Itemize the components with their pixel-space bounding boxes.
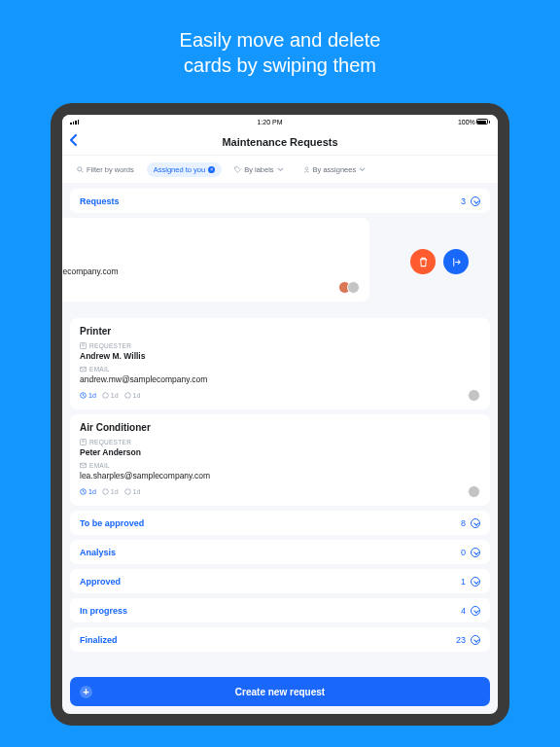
requester-label: REQUESTER (89, 342, 131, 349)
requester-label: STER (62, 243, 360, 250)
phase-label: Analysis (80, 548, 116, 557)
status-time: 1:20 PM (257, 119, 282, 125)
filter-bar: Filter by words Assigned to you × By lab… (62, 156, 498, 183)
clock-icon (102, 392, 109, 399)
svg-point-17 (124, 489, 130, 495)
page-title: Maintenance Requests (222, 136, 337, 148)
content-area: Requests 3 ok Pro STER Sharples arples@s… (62, 183, 498, 672)
phase-requests[interactable]: Requests 3 (70, 189, 490, 213)
svg-line-2 (82, 170, 84, 172)
battery-pct: 100% (458, 119, 475, 125)
phase-label: To be approved (80, 518, 144, 528)
nav-bar: Maintenance Requests (62, 128, 498, 156)
svg-rect-8 (80, 367, 86, 371)
phase-analysis[interactable]: Analysis 0 (70, 540, 490, 564)
svg-point-7 (82, 344, 84, 346)
avatars (468, 485, 480, 498)
promo-line2: cards by swiping them (184, 54, 376, 76)
create-request-button[interactable]: + Create new request (70, 677, 490, 706)
user-icon (80, 439, 87, 445)
move-icon (451, 257, 462, 267)
requester-label: REQUESTER (89, 439, 131, 445)
delete-button[interactable] (410, 249, 436, 274)
clock-icon (80, 488, 87, 495)
phase-count: 23 (456, 635, 466, 645)
phase-inprogress[interactable]: In progress 4 (70, 598, 490, 622)
avatars (338, 281, 360, 294)
clock-icon (124, 488, 131, 495)
promo-text: Easily move and delete cards by swiping … (160, 0, 401, 103)
swipe-actions (410, 249, 469, 274)
expand-icon (471, 577, 480, 587)
device-frame: 1:20 PM 100% Maintenance Requests Filter… (51, 103, 509, 726)
clock-icon (80, 392, 87, 399)
svg-point-10 (102, 393, 108, 399)
clock-icon (102, 488, 109, 495)
card-meta: 1d 1d 1d (80, 392, 140, 399)
phase-label: Approved (80, 577, 121, 587)
expand-icon (471, 635, 480, 645)
status-bar: 1:20 PM 100% (62, 115, 498, 128)
svg-rect-14 (80, 463, 86, 467)
phase-approved[interactable]: Approved 1 (70, 569, 490, 593)
expand-icon (471, 548, 480, 557)
battery-icon: 100% (458, 119, 490, 125)
phase-count: 1 (461, 577, 466, 587)
email-value: lea.sharples@samplecompany.com (80, 471, 480, 480)
back-button[interactable] (68, 133, 80, 151)
filter-labels-label: By labels (244, 165, 273, 174)
email-label: EMAIL (89, 462, 110, 469)
phase-count: 3 (461, 196, 466, 206)
move-button[interactable] (443, 249, 469, 274)
filter-assignees[interactable]: By assignees (297, 162, 373, 177)
phase-count: 8 (461, 518, 466, 528)
card-printer[interactable]: Printer REQUESTER Andrew M. Willis EMAIL… (70, 318, 490, 409)
user-icon (80, 342, 87, 349)
phase-label: Finalized (80, 635, 118, 645)
plus-icon: + (80, 686, 92, 698)
requester-value: Peter Anderson (80, 447, 480, 457)
svg-point-1 (78, 166, 82, 170)
trash-icon (418, 257, 429, 267)
card-ac[interactable]: Air Conditioner REQUESTER Peter Anderson… (70, 414, 490, 506)
filter-assignees-label: By assignees (313, 165, 357, 174)
promo-line1: Easily move and delete (180, 29, 381, 51)
filter-assigned[interactable]: Assigned to you × (147, 162, 222, 177)
user-icon (303, 166, 310, 173)
mail-icon (80, 366, 87, 373)
email-value: arples@samplecompany.com (62, 267, 360, 276)
phase-finalized[interactable]: Finalized 23 (70, 627, 490, 652)
chevron-down-icon (277, 166, 284, 173)
screen: 1:20 PM 100% Maintenance Requests Filter… (62, 115, 498, 714)
signal-icon (70, 120, 79, 124)
filter-labels[interactable]: By labels (228, 162, 290, 177)
mail-icon (80, 462, 87, 469)
card-meta: 1d 1d 1d (80, 488, 140, 495)
phase-tba[interactable]: To be approved 8 (70, 511, 490, 535)
close-icon[interactable]: × (208, 166, 215, 173)
email-label: EMAIL (89, 366, 110, 373)
expand-icon (471, 518, 480, 528)
phase-count: 0 (461, 548, 466, 557)
email-value: andrew.mw@samplecompany.com (80, 374, 480, 384)
phase-label: In progress (80, 606, 127, 616)
filter-words-label: Filter by words (87, 165, 134, 174)
cta-label: Create new request (235, 687, 325, 697)
filter-words[interactable]: Filter by words (70, 162, 141, 177)
swiped-card-row[interactable]: ok Pro STER Sharples arples@samplecompan… (70, 218, 490, 313)
svg-point-3 (305, 167, 308, 170)
chevron-down-icon (359, 166, 366, 173)
card-swiped[interactable]: ok Pro STER Sharples arples@samplecompan… (62, 218, 369, 302)
search-icon (77, 166, 84, 173)
collapse-icon (471, 196, 480, 206)
requester-value: Sharples (62, 252, 360, 262)
card-title: ok Pro (62, 226, 360, 243)
clock-icon (124, 392, 131, 399)
card-title: Printer (80, 326, 480, 337)
phase-count: 4 (461, 606, 466, 616)
svg-point-11 (124, 393, 130, 399)
tag-icon (234, 166, 241, 173)
requester-value: Andrew M. Willis (80, 351, 480, 361)
phase-label: Requests (80, 196, 120, 206)
card-title: Air Conditioner (80, 422, 480, 433)
